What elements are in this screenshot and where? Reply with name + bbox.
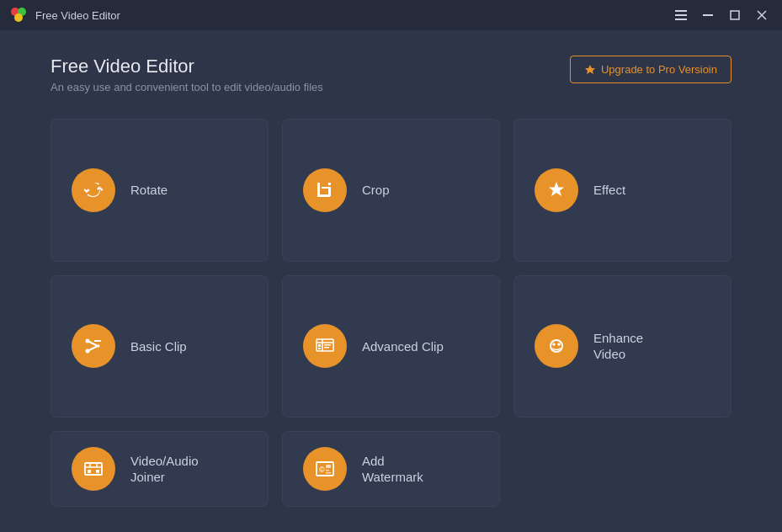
svg-rect-40 xyxy=(326,470,329,471)
tools-bottom-row: Video/AudioJoiner © AddWatermark xyxy=(51,431,731,507)
svg-rect-35 xyxy=(88,470,91,473)
advanced-clip-label: Advanced Clip xyxy=(362,338,444,355)
svg-rect-23 xyxy=(318,348,321,349)
app-title: Free Video Editor xyxy=(51,56,323,77)
restore-button[interactable] xyxy=(723,6,747,24)
svg-text:©: © xyxy=(319,466,325,474)
app-logo xyxy=(8,5,29,25)
add-watermark-label: AddWatermark xyxy=(362,453,423,486)
svg-rect-22 xyxy=(318,344,321,347)
menu-button[interactable] xyxy=(669,6,693,24)
title-bar-text: Free Video Editor xyxy=(35,9,669,22)
tool-crop[interactable]: Crop xyxy=(282,119,500,262)
tool-rotate[interactable]: Rotate xyxy=(51,119,269,262)
svg-rect-41 xyxy=(326,472,331,474)
svg-rect-25 xyxy=(324,347,329,348)
app-info: Free Video Editor An easy use and conven… xyxy=(51,56,323,93)
svg-rect-3 xyxy=(675,10,687,12)
video-audio-joiner-icon-circle xyxy=(72,447,115,491)
svg-rect-39 xyxy=(326,465,331,468)
svg-rect-31 xyxy=(85,463,102,475)
basic-clip-label: Basic Clip xyxy=(130,338,187,355)
svg-point-13 xyxy=(555,188,559,192)
enhance-video-icon-circle xyxy=(535,324,578,368)
svg-rect-6 xyxy=(703,14,713,16)
tool-enhance-video[interactable]: EnhanceVideo xyxy=(513,275,731,418)
svg-point-30 xyxy=(558,343,561,346)
tool-add-watermark[interactable]: © AddWatermark xyxy=(282,431,500,507)
svg-line-17 xyxy=(89,345,99,350)
rotate-label: Rotate xyxy=(130,182,168,199)
tool-effect[interactable]: Effect xyxy=(513,119,731,262)
app-subtitle: An easy use and convenient tool to edit … xyxy=(51,81,323,93)
svg-rect-11 xyxy=(317,194,320,196)
svg-rect-5 xyxy=(675,19,687,20)
advanced-clip-icon-circle xyxy=(303,324,347,368)
basic-clip-icon-circle xyxy=(72,324,115,368)
tools-grid: Rotate Crop Effect xyxy=(51,119,731,418)
main-content: Free Video Editor An easy use and conven… xyxy=(0,30,782,532)
window-controls xyxy=(669,6,774,24)
title-bar: Free Video Editor xyxy=(0,0,782,30)
rotate-icon-circle xyxy=(72,168,115,212)
minimize-button[interactable] xyxy=(696,6,720,24)
svg-point-29 xyxy=(553,343,556,346)
crop-icon-circle xyxy=(303,168,347,212)
svg-point-2 xyxy=(14,13,23,22)
tool-video-audio-joiner[interactable]: Video/AudioJoiner xyxy=(51,431,269,507)
svg-rect-36 xyxy=(96,470,99,473)
svg-rect-24 xyxy=(324,344,331,346)
crop-label: Crop xyxy=(362,182,390,199)
close-button[interactable] xyxy=(750,6,774,24)
header: Free Video Editor An easy use and conven… xyxy=(51,56,731,93)
add-watermark-icon-circle: © xyxy=(303,447,347,491)
upgrade-label: Upgrade to Pro Versioin xyxy=(601,63,717,76)
svg-rect-10 xyxy=(328,183,331,185)
svg-rect-4 xyxy=(675,14,687,16)
tool-basic-clip[interactable]: Basic Clip xyxy=(51,275,269,418)
effect-icon-circle xyxy=(535,168,578,212)
upgrade-button[interactable]: Upgrade to Pro Versioin xyxy=(570,56,731,83)
enhance-video-label: EnhanceVideo xyxy=(593,330,643,363)
video-audio-joiner-label: Video/AudioJoiner xyxy=(130,453,199,486)
svg-rect-7 xyxy=(731,11,739,19)
tool-advanced-clip[interactable]: Advanced Clip xyxy=(282,275,500,418)
effect-label: Effect xyxy=(593,182,625,199)
